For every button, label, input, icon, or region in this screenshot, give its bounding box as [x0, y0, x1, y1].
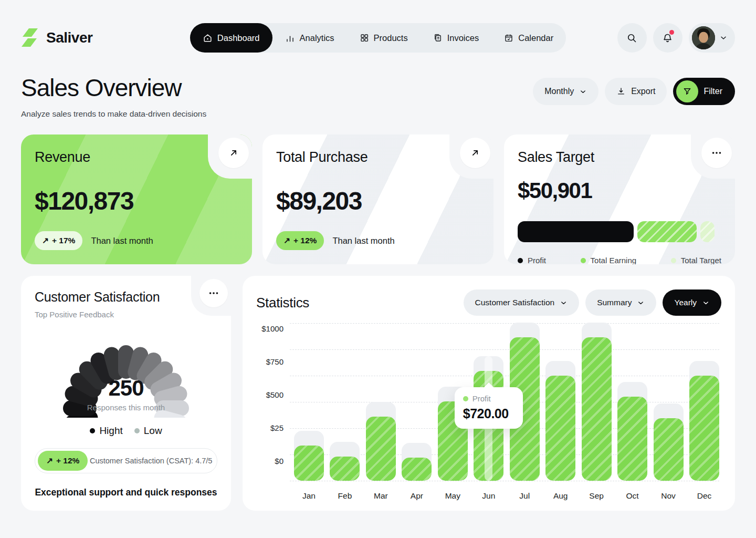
- x-tick-label: Oct: [626, 491, 639, 501]
- notification-dot: [669, 30, 674, 35]
- gauge-legend: Hight Low: [35, 425, 217, 437]
- gauge-caption: Responses this month: [45, 403, 207, 412]
- nav-item-calendar[interactable]: Calendar: [491, 23, 566, 53]
- bar-column-sep[interactable]: Sep: [582, 323, 612, 481]
- filter-button-label: Filter: [704, 87, 722, 96]
- legend-low-label: Low: [144, 425, 162, 437]
- download-icon: [616, 87, 626, 96]
- grid-line: [290, 481, 719, 481]
- sales-target-value: $50,901: [518, 178, 721, 203]
- top-bar: Saliver Dashboard An: [0, 0, 756, 53]
- satisfaction-gauge: 250 Responses this month: [45, 324, 207, 418]
- revenue-card: Revenue $120,873 ↗ + 17% Than last month: [21, 134, 252, 264]
- sales-target-more-button[interactable]: [701, 138, 732, 168]
- nav-item-dashboard[interactable]: Dashboard: [190, 23, 272, 53]
- mode-select[interactable]: Summary: [585, 289, 656, 316]
- csat-text: Customer Satisfaction (CSAT): 4.7/5: [88, 457, 214, 465]
- low-dot: [134, 428, 140, 433]
- chevron-down-icon: [560, 299, 568, 307]
- legend-high-label: Hight: [99, 425, 122, 437]
- bar-column-jun[interactable]: Profit$720.00Jun: [474, 323, 503, 481]
- revenue-delta-badge: ↗ + 17%: [35, 231, 82, 250]
- progress-segment: [637, 221, 697, 242]
- bar-fill: [294, 446, 324, 481]
- chart-tooltip: Profit$720.00: [455, 387, 523, 429]
- csat-delta-badge: ↗ + 12%: [38, 451, 88, 471]
- mode-select-label: Summary: [597, 298, 632, 307]
- x-tick-label: Jan: [302, 491, 316, 501]
- chevron-down-icon: [702, 299, 710, 307]
- arrow-up-right-icon: [470, 148, 480, 158]
- csat-pill: ↗ + 12% Customer Satisfaction (CSAT): 4.…: [35, 448, 217, 473]
- statistics-header: Statistics Customer Satisfaction Summary: [256, 289, 721, 316]
- bar-column-aug[interactable]: Aug: [545, 323, 575, 481]
- y-tick-label: $1000: [256, 324, 284, 333]
- nav-item-invoices[interactable]: Invoices: [421, 23, 492, 53]
- nav-item-products[interactable]: Products: [347, 23, 421, 53]
- dashboard-page: Saliver Dashboard An: [0, 0, 756, 538]
- avatar: [692, 26, 715, 49]
- trend-up-icon: ↗: [46, 456, 53, 465]
- bar-column-oct[interactable]: Oct: [617, 323, 647, 481]
- chevron-down-icon: [719, 34, 728, 42]
- page-subtitle: Analyze sales trends to make data-driven…: [21, 109, 206, 119]
- notifications-button[interactable]: [653, 23, 682, 53]
- export-button-label: Export: [631, 87, 655, 96]
- x-tick-label: Jul: [519, 491, 530, 501]
- cs-more-button[interactable]: [200, 279, 228, 307]
- purchase-card: Total Purchase $89,203 ↗ + 12% Than last…: [262, 134, 494, 264]
- filter-icon: [676, 80, 698, 102]
- search-button[interactable]: [617, 23, 647, 53]
- x-tick-label: Dec: [697, 491, 712, 501]
- bar-fill: [654, 418, 684, 481]
- nav-label: Analytics: [300, 33, 334, 43]
- chevron-down-icon: [579, 88, 587, 96]
- series-dot-icon: [463, 396, 468, 401]
- legend-dot: [671, 258, 676, 263]
- bar-column-apr[interactable]: Apr: [402, 323, 432, 481]
- bar-column-jan[interactable]: Jan: [294, 323, 324, 481]
- statistics-card: Statistics Customer Satisfaction Summary: [243, 276, 735, 511]
- gauge-value: 250: [45, 376, 207, 401]
- top-right-actions: [567, 23, 735, 53]
- main-nav: Dashboard Analytics Prod: [190, 23, 566, 53]
- x-tick-label: Aug: [553, 491, 568, 501]
- bar-column-feb[interactable]: Feb: [330, 323, 360, 481]
- bar-fill: [545, 376, 575, 481]
- invoice-icon: [433, 33, 443, 43]
- page-title: Sales Overview: [21, 74, 206, 102]
- purchase-expand-button[interactable]: [460, 138, 490, 168]
- revenue-expand-button[interactable]: [218, 138, 249, 168]
- purchase-delta-note: Than last month: [332, 236, 394, 246]
- export-button[interactable]: Export: [605, 78, 667, 105]
- metric-select[interactable]: Customer Satisfaction: [464, 289, 580, 316]
- legend-item: Profit: [518, 256, 546, 264]
- bar-fill: [330, 457, 360, 481]
- range-select[interactable]: Yearly: [663, 289, 721, 316]
- brand-logo-icon: [21, 28, 40, 48]
- bar-fill: [582, 337, 612, 481]
- period-select[interactable]: Monthly: [533, 78, 598, 105]
- cs-subtitle: Top Positive Feedback: [35, 310, 217, 319]
- bar-column-mar[interactable]: Mar: [366, 323, 396, 481]
- x-tick-label: Apr: [411, 491, 423, 501]
- search-icon: [626, 33, 637, 44]
- tooltip-series: Profit: [463, 394, 514, 403]
- user-menu[interactable]: [689, 23, 735, 53]
- nav-label: Dashboard: [217, 33, 260, 43]
- arrow-up-right-icon: [228, 148, 239, 158]
- x-tick-label: Feb: [338, 491, 352, 501]
- sales-target-legend: ProfitTotal EarningTotal Target: [518, 256, 721, 264]
- high-dot: [90, 428, 95, 433]
- bar-column-dec[interactable]: Dec: [689, 323, 719, 481]
- nav-item-analytics[interactable]: Analytics: [272, 23, 347, 53]
- revenue-delta-note: Than last month: [91, 236, 153, 246]
- calendar-icon: [504, 33, 513, 43]
- y-tick-label: $750: [256, 357, 284, 366]
- period-select-label: Monthly: [544, 87, 574, 96]
- cs-title: Customer Satisfaction: [35, 289, 217, 305]
- filter-button[interactable]: Filter: [673, 78, 735, 105]
- y-tick-label: $500: [256, 390, 284, 399]
- trend-up-icon: ↗: [284, 236, 290, 245]
- bar-column-nov[interactable]: Nov: [654, 323, 684, 481]
